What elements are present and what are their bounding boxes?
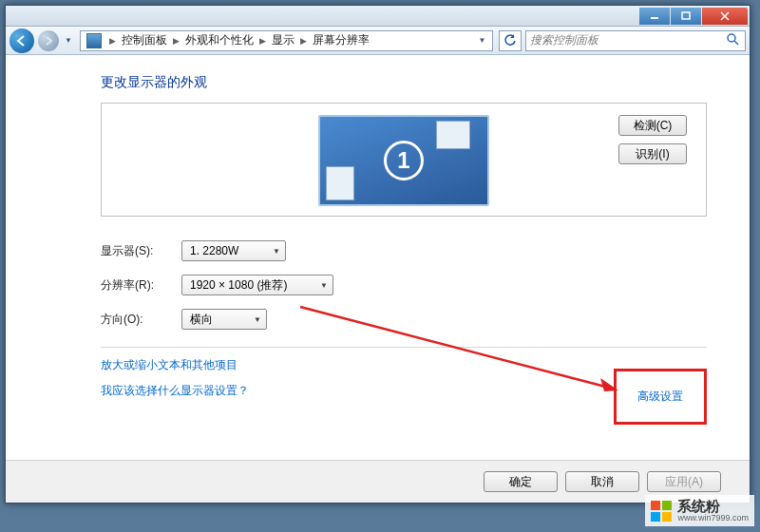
display-preview-area: 1 检测(C) 识别(I) [101,103,707,217]
content-area: 更改显示器的外观 1 检测(C) 识别(I) 显示器(S): 1. 2280W … [6,55,750,460]
titlebar [6,6,750,27]
advanced-settings-link[interactable]: 高级设置 [637,389,683,405]
back-button[interactable] [10,28,34,53]
nav-history-dropdown[interactable]: ▼ [63,31,74,50]
control-panel-icon [86,33,102,48]
resolution-label: 分辨率(R): [101,277,181,294]
search-placeholder: 搜索控制面板 [530,32,598,48]
cancel-button[interactable]: 取消 [565,471,639,492]
display-combobox[interactable]: 1. 2280W [181,240,286,261]
apply-button: 应用(A) [647,471,721,492]
refresh-button[interactable] [499,30,522,51]
window: ▼ ▶ 控制面板 ▶ 外观和个性化 ▶ 显示 ▶ 屏幕分辨率 ▼ 搜索控制面板 … [5,5,750,504]
footer: 确定 取消 应用(A) [6,460,750,503]
maximize-button[interactable] [671,8,701,25]
chevron-right-icon: ▶ [109,36,116,46]
watermark-logo-icon [651,501,672,522]
chevron-right-icon: ▶ [300,36,307,46]
breadcrumb-item[interactable]: 外观和个性化 [183,32,256,48]
minimize-button[interactable] [639,8,670,25]
divider [101,347,707,348]
page-title: 更改显示器的外观 [101,74,707,91]
forward-button[interactable] [38,30,59,51]
preview-window-icon [436,121,470,149]
svg-point-4 [728,34,735,42]
identify-button[interactable]: 识别(I) [618,143,687,164]
preview-window-icon [326,166,354,200]
breadcrumb-item[interactable]: 控制面板 [120,32,169,48]
orientation-combobox[interactable]: 横向 [181,309,267,330]
svg-rect-1 [682,12,690,19]
breadcrumb-item[interactable]: 显示 [270,32,296,48]
display-label: 显示器(S): [101,243,181,259]
detect-button[interactable]: 检测(C) [618,115,687,136]
watermark-brand: 系统粉 [677,499,749,513]
search-input[interactable]: 搜索控制面板 [525,30,746,51]
svg-line-5 [734,41,738,45]
annotation-highlight: 高级设置 [614,369,707,425]
watermark-url: www.win7999.com [677,513,749,522]
toolbar: ▼ ▶ 控制面板 ▶ 外观和个性化 ▶ 显示 ▶ 屏幕分辨率 ▼ 搜索控制面板 [6,27,750,55]
breadcrumb[interactable]: ▶ 控制面板 ▶ 外观和个性化 ▶ 显示 ▶ 屏幕分辨率 ▼ [80,30,493,51]
monitor-number: 1 [384,141,424,180]
breadcrumb-item[interactable]: 屏幕分辨率 [311,32,371,48]
orientation-label: 方向(O): [101,312,181,328]
resolution-combobox[interactable]: 1920 × 1080 (推荐) [181,275,333,295]
breadcrumb-dropdown[interactable]: ▼ [473,31,490,50]
chevron-right-icon: ▶ [259,36,266,46]
close-button[interactable] [702,8,748,25]
watermark: 系统粉 www.win7999.com [645,495,754,526]
chevron-right-icon: ▶ [173,36,180,46]
ok-button[interactable]: 确定 [484,471,558,492]
refresh-icon [504,34,517,48]
monitor-preview[interactable]: 1 [318,115,489,206]
search-icon [726,32,739,48]
